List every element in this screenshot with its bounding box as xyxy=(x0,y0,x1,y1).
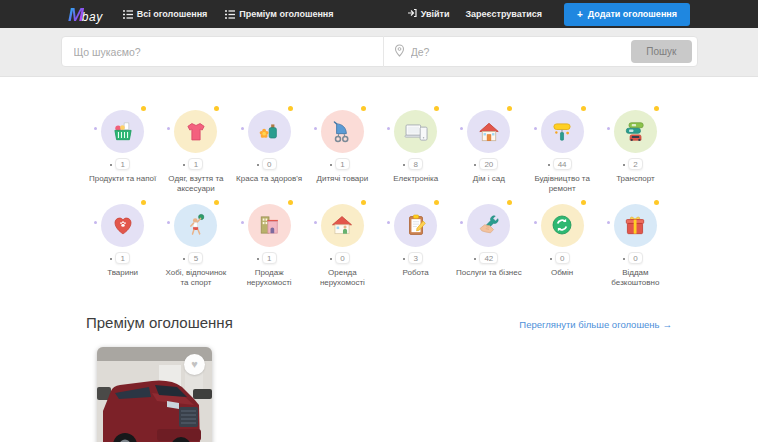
login-link[interactable]: Увійти xyxy=(407,8,450,20)
clipboard-icon xyxy=(394,204,437,247)
category-count-badge: 44 xyxy=(553,158,572,170)
category-count-badge: 8 xyxy=(408,158,423,170)
category-label: Обмін xyxy=(526,268,599,278)
favorite-button[interactable]: ♥ xyxy=(184,354,205,375)
category-label: Хобі, відпочинок та спорт xyxy=(159,268,232,289)
category-electronics[interactable]: 8 Електроніка xyxy=(379,110,452,195)
category-grid: 1 Продукти та напої 1 Одяг, взуття та ак… xyxy=(86,110,672,289)
add-listing-label: Додати оголошення xyxy=(588,9,677,19)
category-count-badge: 2 xyxy=(628,158,643,170)
hand-wrench-icon xyxy=(467,204,510,247)
category-animals[interactable]: 1 Тварини xyxy=(86,204,159,289)
gift-icon xyxy=(614,204,657,247)
electronics-icon xyxy=(394,110,437,153)
nav-premium-listings[interactable]: Преміум оголошення xyxy=(225,9,333,19)
category-kids[interactable]: 1 Дитячі товари xyxy=(306,110,379,195)
premium-title: Преміум оголошення xyxy=(86,314,233,331)
arrow-right-icon: → xyxy=(663,319,673,330)
category-count-badge: 0 xyxy=(628,252,643,264)
tshirt-icon xyxy=(174,110,217,153)
premium-listing-card[interactable]: ♥ 1,450,000 грн. xyxy=(97,347,212,442)
category-label: Одяг, взуття та аксесуари xyxy=(159,174,232,195)
category-label: Транспорт xyxy=(599,174,672,184)
paint-roller-icon xyxy=(541,110,584,153)
list-icon xyxy=(225,10,235,19)
nav-premium-listings-label: Преміум оголошення xyxy=(239,9,333,19)
category-label: Робота xyxy=(379,268,452,278)
heart-icon: ♥ xyxy=(191,358,198,370)
category-label: Продукти та напої xyxy=(86,174,159,184)
category-home-garden[interactable]: 20 Дім і сад xyxy=(452,110,525,195)
house-icon xyxy=(467,110,510,153)
plus-icon: + xyxy=(577,9,583,20)
category-services[interactable]: 42 Послуги та бізнес xyxy=(452,204,525,289)
site-logo[interactable]: M bay xyxy=(68,5,103,24)
category-label: Віддам безкоштовно xyxy=(599,268,672,289)
category-count-badge: 1 xyxy=(188,158,203,170)
category-work[interactable]: 3 Робота xyxy=(379,204,452,289)
category-label: Електроніка xyxy=(379,174,452,184)
location-field xyxy=(384,43,632,61)
category-count-badge: 1 xyxy=(262,252,277,264)
category-count-badge: 0 xyxy=(555,252,570,264)
category-products[interactable]: 1 Продукти та напої xyxy=(86,110,159,195)
category-hobby-sport[interactable]: 5 Хобі, відпочинок та спорт xyxy=(159,204,232,289)
category-free[interactable]: 0 Віддам безкоштовно xyxy=(599,204,672,289)
category-construction[interactable]: 44 Будівництво та ремонт xyxy=(526,110,599,195)
category-count-badge: 0 xyxy=(262,158,277,170)
sport-player-icon xyxy=(174,204,217,247)
category-transport[interactable]: 2 Транспорт xyxy=(599,110,672,195)
category-count-badge: 3 xyxy=(408,252,423,264)
nav-all-listings-label: Всі оголошення xyxy=(137,9,208,19)
view-more-link[interactable]: Переглянути більше оголошень → xyxy=(519,319,672,330)
exchange-arrows-icon xyxy=(541,204,584,247)
category-beauty[interactable]: 0 Краса та здоров'я xyxy=(233,110,306,195)
house-rent-icon xyxy=(321,204,364,247)
category-label: Тварини xyxy=(86,268,159,278)
category-label: Дім і сад xyxy=(452,174,525,184)
category-count-badge: 20 xyxy=(479,158,498,170)
add-listing-button[interactable]: + Додати оголошення xyxy=(564,3,690,26)
location-input[interactable] xyxy=(405,46,632,58)
category-label: Краса та здоров'я xyxy=(233,174,306,184)
view-more-label: Переглянути більше оголошень xyxy=(519,319,659,330)
buildings-icon xyxy=(248,204,291,247)
register-link[interactable]: Зареєструватися xyxy=(465,9,542,19)
category-count-badge: 1 xyxy=(335,158,350,170)
heart-paw-icon xyxy=(101,204,144,247)
category-count-badge: 1 xyxy=(115,158,130,170)
category-label: Оренда нерухомості xyxy=(306,268,379,289)
search-input[interactable] xyxy=(62,46,383,58)
stroller-icon xyxy=(321,110,364,153)
page: M bay Всі оголошення Преміум оголошення xyxy=(0,0,758,442)
category-count-badge: 0 xyxy=(335,252,350,264)
premium-section-header: Преміум оголошення Переглянути більше ог… xyxy=(86,314,672,331)
main-nav: Всі оголошення Преміум оголошення xyxy=(123,9,334,19)
cars-icon xyxy=(614,110,657,153)
search-section: Пошук xyxy=(0,28,758,77)
category-count-badge: 42 xyxy=(479,252,498,264)
location-pin-icon xyxy=(394,43,405,61)
register-label: Зареєструватися xyxy=(465,9,542,19)
category-exchange[interactable]: 0 Обмін xyxy=(526,204,599,289)
category-count-badge: 1 xyxy=(115,252,130,264)
search-bar: Пошук xyxy=(61,36,698,67)
category-label: Будівництво та ремонт xyxy=(526,174,599,195)
login-icon xyxy=(407,8,417,20)
auth-area: Увійти Зареєструватися + Додати оголошен… xyxy=(407,3,690,26)
search-button[interactable]: Пошук xyxy=(631,40,691,63)
basket-icon xyxy=(101,110,144,153)
logo-suffix: bay xyxy=(82,10,103,24)
category-count-badge: 5 xyxy=(188,252,203,264)
top-header: M bay Всі оголошення Преміум оголошення xyxy=(0,0,758,28)
category-clothes[interactable]: 1 Одяг, взуття та аксесуари xyxy=(159,110,232,195)
cosmetics-icon xyxy=(248,110,291,153)
category-label: Дитячі товари xyxy=(306,174,379,184)
category-realty-rent[interactable]: 0 Оренда нерухомості xyxy=(306,204,379,289)
nav-all-listings[interactable]: Всі оголошення xyxy=(123,9,208,19)
category-label: Продаж нерухомості xyxy=(233,268,306,289)
list-icon xyxy=(123,10,133,19)
login-label: Увійти xyxy=(421,9,450,19)
category-realty-sale[interactable]: 1 Продаж нерухомості xyxy=(233,204,306,289)
category-label: Послуги та бізнес xyxy=(452,268,525,278)
